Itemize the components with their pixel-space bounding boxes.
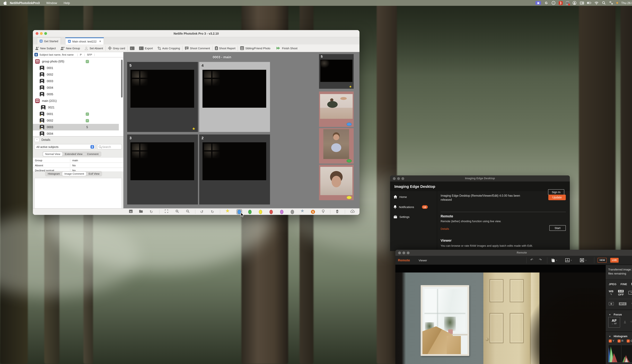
tab-remote[interactable]: Remote	[398, 258, 410, 262]
blue-oval-filter[interactable]	[238, 210, 241, 214]
history-thumb-yellow[interactable]	[319, 165, 354, 200]
apple-menu-icon[interactable]	[4, 1, 7, 5]
keyboard-switcher-icon[interactable]	[580, 1, 584, 5]
focus-area-icon[interactable]	[628, 291, 632, 294]
dro-setting[interactable]: D-ROFF	[618, 289, 624, 296]
subject-row[interactable]: 0004	[33, 130, 119, 137]
af-mode-badge[interactable]: AF-C	[619, 302, 626, 305]
channel-g[interactable]: ✓ G	[627, 339, 632, 342]
flash-icon[interactable]: ϟ	[631, 302, 632, 306]
subject-filter-dropdown[interactable]: All active subjects	[34, 144, 95, 150]
layout-icon[interactable]	[565, 258, 570, 263]
subject-row[interactable]: 0005	[33, 91, 119, 98]
histogram-section-header[interactable]: ▼ Histogram	[609, 334, 628, 338]
yellow-rating-badge[interactable]	[346, 196, 352, 199]
wifi-icon[interactable]	[594, 1, 599, 5]
export-button[interactable]: ↑ Export	[137, 44, 155, 52]
history-thumb-green[interactable]	[319, 128, 354, 164]
subject-row[interactable]: 0003	[33, 78, 119, 84]
size-setting[interactable]: M	[631, 282, 632, 286]
subject-row[interactable]: 0001	[33, 65, 119, 71]
details-header[interactable]: ⌃ Details	[33, 137, 123, 143]
photo-thumbnail[interactable]	[202, 142, 266, 180]
dropdown-arrow-icon[interactable]: ▾	[586, 259, 586, 261]
subject-row[interactable]: ★ 0001 ✓	[33, 111, 119, 117]
spotlight-search-icon[interactable]	[602, 1, 606, 5]
rotate-left-icon[interactable]: ↺	[200, 210, 204, 214]
creative-cloud-icon[interactable]: ∞	[552, 1, 556, 5]
rotate-left-icon[interactable]: ↶	[530, 258, 533, 262]
tab-main-shoot[interactable]: Main shoot: test222 ✕	[65, 38, 104, 44]
fine-setting[interactable]: FINE	[620, 282, 627, 286]
live-button[interactable]: LIVE	[610, 258, 618, 263]
details-link[interactable]: Details	[441, 227, 449, 230]
lightbulb-icon[interactable]	[322, 210, 324, 214]
finish-shoot-button[interactable]: Finish Shoot	[274, 44, 300, 52]
tab-close-icon[interactable]: ✕	[99, 40, 101, 43]
window-titlebar[interactable]: Netlife Photolink Pro 3 - v3.2.10	[33, 30, 360, 37]
screen-mirroring-icon[interactable]: ▣	[536, 1, 541, 5]
focus-section-header[interactable]: ▼ Focus	[609, 312, 622, 316]
grey-card-button[interactable]: Grey card	[106, 44, 128, 52]
nav-settings[interactable]: Settings	[394, 215, 410, 218]
menu-help[interactable]: Help	[64, 1, 70, 5]
tab-normal-view[interactable]: Normal View	[43, 152, 62, 156]
display-mode-icon[interactable]	[551, 258, 555, 263]
shoot-report-button[interactable]: Shoot Report	[212, 44, 238, 52]
subject-row[interactable]: ★ 0002 ✓	[33, 117, 119, 124]
channel-r[interactable]: ✓ R	[618, 339, 624, 342]
red-app-icon[interactable]	[559, 1, 563, 5]
tab-viewer[interactable]: Viewer	[419, 259, 427, 262]
photo-cell-5[interactable]: 5 ★	[127, 62, 198, 132]
iedt-app-icon[interactable]: IED	[566, 1, 570, 5]
rotate-right-icon[interactable]: ↻	[211, 210, 214, 214]
rotate-right-icon[interactable]: ↷	[539, 258, 542, 262]
delete-icon[interactable]	[336, 210, 339, 214]
subject-row[interactable]: 0004	[33, 84, 119, 91]
yellow-star-filter[interactable]: ★	[226, 209, 230, 213]
history-thumb-blue[interactable]	[319, 92, 354, 127]
auto-cropping-button[interactable]: Auto Cropping	[155, 44, 182, 52]
new-subject-button[interactable]: New Subject	[33, 44, 58, 52]
menu-window[interactable]: Window	[46, 1, 57, 5]
tab-extended-view[interactable]: Extended View	[62, 152, 85, 156]
menu-clock[interactable]: Thu 26 Feb 15:33	[621, 1, 632, 5]
search-input[interactable]: Search	[97, 144, 122, 150]
cloud-sync-icon[interactable]	[350, 210, 355, 214]
list-scrollbar[interactable]	[121, 60, 122, 98]
dropdown-arrow-icon[interactable]: ▾	[556, 259, 557, 261]
checkbox-checked[interactable]: ✓	[86, 119, 89, 122]
tab-image-comment[interactable]: Image Comment	[62, 172, 86, 176]
collapse-icon[interactable]: ⌃	[34, 138, 40, 142]
photo-thumbnail[interactable]	[130, 142, 194, 180]
tab-get-started[interactable]: Get Started	[37, 38, 61, 44]
grammarly-icon[interactable]: G	[544, 1, 548, 5]
tab-exif-view[interactable]: Exif View	[86, 172, 102, 176]
update-button[interactable]: Update	[548, 195, 566, 200]
yellow-oval-filter[interactable]	[259, 210, 262, 214]
tab-histogram[interactable]: Histogram	[46, 172, 62, 176]
photo-cell-3[interactable]: 3	[127, 134, 198, 204]
blue-rating-badge[interactable]	[346, 122, 352, 126]
metering-mode-icon[interactable]	[609, 302, 614, 305]
s-badge-filter[interactable]: S	[311, 210, 315, 214]
group-row[interactable]: group photo (0/5) ✓	[33, 58, 119, 65]
photo-cell-2[interactable]: 2	[199, 134, 270, 204]
menu-app-name[interactable]: NetlifePhotolinkPro3	[10, 1, 40, 5]
fullscreen-icon[interactable]	[165, 210, 168, 214]
subject-row[interactable]: 0021	[33, 104, 119, 111]
channel-y[interactable]: ✓ Y	[609, 339, 614, 342]
photo-cell-4-selected[interactable]: 4	[199, 62, 270, 132]
set-absent-button[interactable]: Set Absent	[82, 44, 105, 52]
dropdown-arrow-icon[interactable]: ▾	[571, 259, 572, 261]
subject-row[interactable]: 0002	[33, 71, 119, 78]
zoom-out-icon[interactable]	[186, 210, 190, 214]
view-button[interactable]: VIEW	[598, 258, 607, 263]
image-comment-panel[interactable]	[34, 178, 122, 210]
live-view[interactable]	[396, 265, 606, 364]
image-icon[interactable]	[129, 210, 133, 214]
star-rating-icon[interactable]: ★	[349, 85, 352, 88]
start-button[interactable]: Start	[549, 225, 566, 231]
user-account-icon[interactable]	[572, 1, 577, 5]
slate-star-filter[interactable]: ★	[300, 209, 304, 213]
